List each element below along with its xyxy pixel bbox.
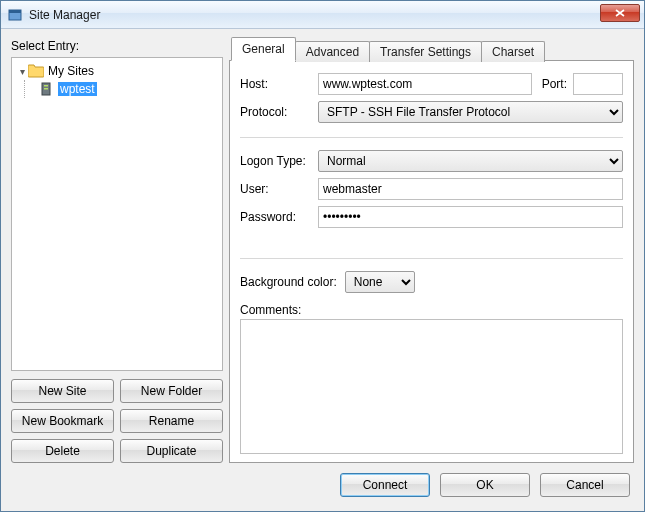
row-user: User: <box>240 178 623 200</box>
logon-type-label: Logon Type: <box>240 154 318 168</box>
password-input[interactable] <box>318 206 623 228</box>
row-password: Password: <box>240 206 623 228</box>
comments-label: Comments: <box>240 303 623 317</box>
host-label: Host: <box>240 77 318 91</box>
protocol-label: Protocol: <box>240 105 318 119</box>
background-color-select[interactable]: None <box>345 271 415 293</box>
collapse-toggle-icon[interactable]: ▾ <box>16 66 28 77</box>
new-site-button[interactable]: New Site <box>11 379 114 403</box>
dialog-body: Select Entry: ▾ My Sites <box>1 29 644 463</box>
connect-button[interactable]: Connect <box>340 473 430 497</box>
tree-site-label: wptest <box>58 82 97 96</box>
new-bookmark-button[interactable]: New Bookmark <box>11 409 114 433</box>
tab-advanced[interactable]: Advanced <box>295 41 370 62</box>
logon-type-select[interactable]: Normal <box>318 150 623 172</box>
delete-button[interactable]: Delete <box>11 439 114 463</box>
user-input[interactable] <box>318 178 623 200</box>
site-buttons: New Site New Folder New Bookmark Rename … <box>11 379 223 463</box>
close-icon <box>615 9 625 17</box>
user-label: User: <box>240 182 318 196</box>
cancel-button[interactable]: Cancel <box>540 473 630 497</box>
close-button[interactable] <box>600 4 640 22</box>
svg-rect-1 <box>9 10 21 13</box>
server-icon <box>40 82 54 96</box>
protocol-select[interactable]: SFTP - SSH File Transfer Protocol <box>318 101 623 123</box>
svg-rect-3 <box>44 85 48 87</box>
host-input[interactable] <box>318 73 532 95</box>
row-bgcolor: Background color: None <box>240 271 623 293</box>
row-protocol: Protocol: SFTP - SSH File Transfer Proto… <box>240 101 623 123</box>
window-title: Site Manager <box>29 8 100 22</box>
tab-strip: General Advanced Transfer Settings Chars… <box>229 37 634 61</box>
rename-button[interactable]: Rename <box>120 409 223 433</box>
tree-site[interactable]: wptest <box>14 80 220 98</box>
comments-textarea[interactable] <box>240 319 623 454</box>
tab-transfer-settings[interactable]: Transfer Settings <box>369 41 482 62</box>
separator-2 <box>240 258 623 259</box>
left-panel: Select Entry: ▾ My Sites <box>11 37 223 463</box>
entry-tree[interactable]: ▾ My Sites <box>11 57 223 371</box>
port-input[interactable] <box>573 73 623 95</box>
tree-root-label: My Sites <box>48 64 94 78</box>
select-entry-label: Select Entry: <box>11 39 223 53</box>
svg-rect-4 <box>44 88 48 90</box>
ok-button[interactable]: OK <box>440 473 530 497</box>
duplicate-button[interactable]: Duplicate <box>120 439 223 463</box>
site-manager-window: Site Manager Select Entry: ▾ My Sites <box>0 0 645 512</box>
row-host: Host: Port: <box>240 73 623 95</box>
background-color-label: Background color: <box>240 275 337 289</box>
row-logon: Logon Type: Normal <box>240 150 623 172</box>
tab-general[interactable]: General <box>231 37 296 61</box>
password-label: Password: <box>240 210 318 224</box>
titlebar: Site Manager <box>1 1 644 29</box>
tab-panel-general: Host: Port: Protocol: SFTP - SSH File Tr… <box>229 60 634 463</box>
right-panel: General Advanced Transfer Settings Chars… <box>229 37 634 463</box>
tree-root[interactable]: ▾ My Sites <box>14 62 220 80</box>
app-icon <box>7 7 23 23</box>
dialog-footer: Connect OK Cancel <box>1 463 644 511</box>
folder-icon <box>28 64 44 78</box>
port-label: Port: <box>542 77 567 91</box>
tab-charset[interactable]: Charset <box>481 41 545 62</box>
new-folder-button[interactable]: New Folder <box>120 379 223 403</box>
separator-1 <box>240 137 623 138</box>
